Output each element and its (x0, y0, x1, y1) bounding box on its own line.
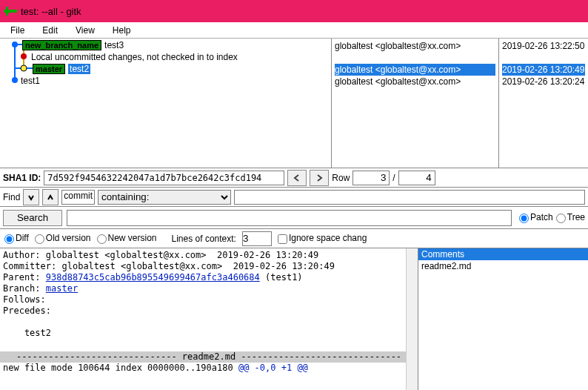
date-row (502, 52, 585, 64)
branch-link[interactable]: master (46, 283, 78, 294)
menu-edit[interactable]: Edit (33, 22, 67, 38)
new-version-radio[interactable] (97, 234, 107, 244)
commit-detail-text: Author: globaltest <globaltest@xx.com> 2… (0, 248, 418, 351)
tree-radio-label[interactable]: Tree (556, 212, 585, 222)
date-row: 2019-02-26 13:22:50 (502, 40, 585, 52)
find-input[interactable] (234, 190, 585, 205)
title-bar: test: --all - gitk (0, 0, 588, 22)
window-title: test: --all - gitk (21, 6, 81, 17)
nav-forward-button[interactable] (310, 170, 329, 186)
author-row (335, 52, 495, 64)
find-up-button[interactable] (42, 189, 59, 205)
sha-bar: SHA1 ID: Row / (0, 168, 588, 188)
lines-spinner[interactable] (242, 231, 272, 246)
svg-rect-1 (6, 7, 8, 16)
menu-file[interactable]: File (1, 22, 33, 38)
tree-radio[interactable] (556, 214, 566, 223)
patch-radio-label[interactable]: Patch (519, 212, 553, 222)
author-row: globaltest <globaltest@xx.com> (335, 40, 495, 52)
ignore-space-label[interactable]: Ignore space chang (278, 233, 367, 243)
commit-message: test3 (104, 40, 124, 50)
svg-point-6 (12, 42, 18, 47)
arrow-left-icon (293, 173, 301, 182)
author-row: globaltest <globaltest@xx.com> (335, 76, 495, 87)
patch-radio[interactable] (519, 214, 529, 223)
search-button[interactable]: Search (3, 210, 62, 226)
diff-radio[interactable] (4, 234, 14, 244)
new-version-radio-label[interactable]: New version (97, 233, 157, 243)
date-panel[interactable]: 2019-02-26 13:22:50 2019-02-26 13:20:49 … (499, 39, 588, 168)
commit-message: Local uncommitted changes, not checked i… (31, 52, 238, 62)
nav-back-button[interactable] (287, 170, 307, 186)
lines-label: Lines of context: (172, 234, 236, 244)
find-type-select[interactable]: commit (61, 190, 95, 205)
date-row: 2019-02-26 13:20:49 (502, 64, 585, 76)
arrow-down-icon (27, 194, 35, 201)
commit-message: test1 (21, 76, 40, 86)
diff-body: new file mode 100644 index 0000000..190a… (0, 363, 418, 374)
parent-hash-link[interactable]: 938d88743c5cab96b895549699467afc3a460684 (46, 272, 260, 282)
arrow-right-icon (315, 173, 324, 182)
file-list-panel[interactable]: Comments readme2.md (418, 248, 588, 390)
old-version-radio[interactable] (35, 234, 44, 244)
menu-bar: File Edit View Help (0, 22, 588, 39)
detail-scrollbar[interactable] (406, 248, 418, 390)
find-bar: Find commit containing: (0, 188, 588, 207)
file-list-item[interactable]: readme2.md (418, 260, 588, 272)
commit-row[interactable]: Local uncommitted changes, not checked i… (31, 51, 238, 63)
search-bar: Search Patch Tree (0, 207, 588, 229)
row-separator: / (392, 173, 395, 183)
date-row: 2019-02-26 13:20:24 (502, 76, 585, 87)
branch-tag: new_branch_name (22, 40, 101, 50)
view-mode-group: Patch Tree (519, 212, 585, 222)
menu-view[interactable]: View (67, 22, 104, 38)
sha-label: SHA1 ID: (3, 173, 41, 183)
detail-panel[interactable]: Author: globaltest <globaltest@xx.com> 2… (0, 248, 418, 390)
bottom-area: Author: globaltest <globaltest@xx.com> 2… (0, 248, 588, 390)
file-list-header: Comments (418, 248, 588, 260)
graph-panel[interactable]: new_branch_name test3 Local uncommitted … (0, 39, 332, 168)
search-input[interactable] (67, 210, 512, 226)
diff-radio-label[interactable]: Diff (4, 233, 29, 243)
author-panel[interactable]: globaltest <globaltest@xx.com> globaltes… (332, 39, 499, 168)
row-total-input[interactable] (398, 171, 435, 185)
svg-point-9 (12, 77, 18, 83)
old-version-radio-label[interactable]: Old version (35, 233, 91, 243)
arrow-up-icon (47, 194, 54, 201)
svg-point-8 (21, 65, 27, 71)
options-bar: Diff Old version New version Lines of co… (0, 229, 588, 248)
sha-input[interactable] (44, 171, 284, 185)
commit-row[interactable]: new_branch_name test3 (22, 39, 124, 51)
svg-point-7 (21, 53, 27, 59)
find-down-button[interactable] (23, 189, 39, 205)
commit-list-area: new_branch_name test3 Local uncommitted … (0, 39, 588, 168)
commit-row[interactable]: test1 (21, 75, 40, 87)
author-row: globaltest <globaltest@xx.com> (335, 64, 495, 76)
diff-file-separator: ------------------------------ readme2.m… (0, 351, 418, 363)
row-current-input[interactable] (353, 171, 390, 185)
svg-rect-0 (4, 10, 17, 13)
app-icon (3, 4, 18, 19)
ignore-space-checkbox[interactable] (278, 234, 287, 244)
row-label: Row (332, 173, 350, 183)
find-mode-select[interactable]: containing: (98, 190, 231, 205)
menu-help[interactable]: Help (104, 22, 140, 38)
commit-row[interactable]: master test2 (33, 63, 90, 75)
commit-message: test2 (68, 64, 90, 74)
find-label: Find (3, 192, 20, 202)
branch-tag: master (33, 64, 65, 74)
